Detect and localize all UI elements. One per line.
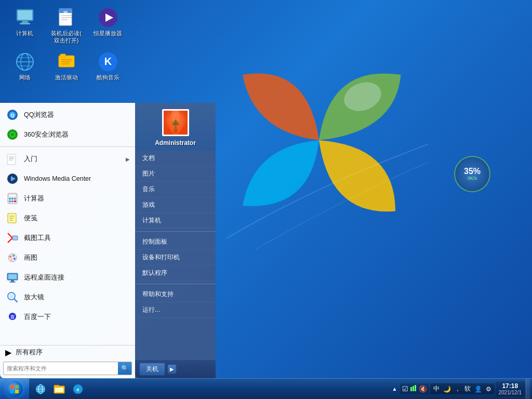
ime-gear-icon[interactable]: ⚙ <box>484 385 493 393</box>
show-desktop-button[interactable] <box>526 379 530 400</box>
shutdown-button[interactable]: 关机 <box>139 363 165 376</box>
svg-rect-44 <box>14 201 16 202</box>
desktop-icon-qqmusic[interactable]: K 酷狗音乐 <box>88 49 127 83</box>
tray-icons-area: ☑ 🔇 <box>400 383 429 394</box>
taskbar-ie[interactable] <box>32 381 49 397</box>
svg-rect-49 <box>12 236 18 240</box>
start-menu-item-notepad-label: 便笺 <box>24 214 37 223</box>
tray-checkbox-icon[interactable]: ☑ <box>402 385 408 393</box>
taskbar-ie2[interactable]: e <box>70 381 86 397</box>
tray-volume-icon[interactable]: 🔇 <box>419 385 427 393</box>
tray-network-icon[interactable] <box>410 384 417 393</box>
svg-rect-70 <box>15 390 19 393</box>
start-menu-item-calc[interactable]: 计算器 <box>0 189 135 208</box>
start-menu-item-paint[interactable]: 画图 <box>0 248 135 268</box>
hengxing-icon <box>98 7 118 28</box>
desktop-icon-row-1: 计算机 W 装机后必读( 双击打开) <box>5 5 127 47</box>
svg-rect-78 <box>55 388 63 392</box>
desktop-icon-activate-label: 激活驱动 <box>55 74 78 81</box>
start-menu-item-rdp[interactable]: 远程桌面连接 <box>0 268 135 287</box>
svg-point-52 <box>12 255 15 257</box>
start-menu-right-games[interactable]: 游戏 <box>135 197 216 213</box>
desktop-icon-computer[interactable]: 计算机 <box>5 5 44 47</box>
start-menu-right-devices[interactable]: 设备和打印机 <box>135 250 216 265</box>
calc-icon <box>5 191 20 206</box>
360-browser-icon <box>5 127 20 142</box>
desktop-icon-hengxing-label: 恒星播放器 <box>94 30 122 37</box>
search-input[interactable] <box>4 364 118 373</box>
windows-logo-icon <box>10 384 19 394</box>
svg-rect-58 <box>9 282 16 283</box>
intro-arrow-icon: ▶ <box>126 156 130 162</box>
qqmusic-icon: K <box>98 51 118 72</box>
paint-icon <box>5 250 20 265</box>
clock-date: 2021/12/1 <box>499 390 522 395</box>
start-menu-right-default-programs[interactable]: 默认程序 <box>135 265 216 281</box>
svg-line-61 <box>14 299 17 302</box>
svg-rect-39 <box>9 198 11 200</box>
start-menu-item-wmc[interactable]: Windows Media Center <box>0 169 135 189</box>
start-menu-item-qq-browser-label: QQ浏览器 <box>24 111 54 119</box>
start-button[interactable] <box>0 379 29 400</box>
activate-icon <box>56 51 77 72</box>
start-menu-item-intro[interactable]: 入门 ▶ <box>0 149 135 169</box>
svg-rect-56 <box>8 274 17 279</box>
clock-time: 17:18 <box>499 382 522 390</box>
desktop-icon-setup-label: 装机后必读( 双击打开) <box>49 30 84 45</box>
svg-rect-43 <box>11 201 14 202</box>
start-menu-item-rdp-label: 远程桌面连接 <box>24 273 64 282</box>
svg-point-53 <box>14 258 16 260</box>
desktop-icon-network[interactable]: 网络 <box>5 49 44 83</box>
notepad-icon <box>5 211 20 225</box>
user-avatar[interactable] <box>162 109 189 136</box>
ime-checkbox[interactable]: 中 <box>432 384 441 394</box>
svg-rect-68 <box>15 385 19 389</box>
start-menu-item-snipping-label: 截图工具 <box>24 234 51 243</box>
svg-rect-82 <box>413 386 414 391</box>
start-menu-item-qq-browser[interactable]: Q QQ浏览器 <box>0 105 135 125</box>
start-menu-item-baidu[interactable]: 百 百度一下 <box>0 307 135 327</box>
svg-point-54 <box>10 259 12 261</box>
start-menu-right-divider1 <box>135 231 216 232</box>
tray-expand[interactable]: ▲ <box>391 386 399 392</box>
taskbar-explorer[interactable] <box>51 381 68 397</box>
ime-punctuation[interactable]: ， <box>453 384 462 394</box>
start-menu-right-help[interactable]: 帮助和支持 <box>135 287 216 302</box>
start-menu-right-control-panel[interactable]: 控制面板 <box>135 234 216 250</box>
desktop-icon-hengxing[interactable]: 恒星播放器 <box>88 5 127 47</box>
start-menu-item-wmc-label: Windows Media Center <box>24 175 91 182</box>
ime-moon[interactable]: 🌙 <box>442 385 453 393</box>
shutdown-arrow-button[interactable]: ▶ <box>167 364 177 374</box>
start-orb <box>6 381 23 397</box>
start-menu-item-snipping[interactable]: 截图工具 <box>0 228 135 248</box>
start-menu-right-panel: Administrator 文档 图片 音乐 游戏 计算机 控制面板 设备和打印… <box>135 103 216 378</box>
start-menu-item-magnifier[interactable]: 放大镜 <box>0 287 135 307</box>
rdp-icon <box>5 270 20 285</box>
start-menu-item-360-browser[interactable]: 360安全浏览器 <box>0 125 135 144</box>
search-button[interactable]: 🔍 <box>118 362 131 375</box>
start-menu-right-run[interactable]: 运行... <box>135 302 216 318</box>
start-menu-all-programs[interactable]: ▶ 所有程序 <box>0 345 135 360</box>
start-menu-right-documents[interactable]: 文档 <box>135 151 216 166</box>
start-menu-recent: 入门 ▶ Windows Media Center <box>0 147 135 345</box>
start-menu-right-divider2 <box>135 284 216 284</box>
start-menu-right-music[interactable]: 音乐 <box>135 182 216 197</box>
ime-soft[interactable]: 软 <box>463 384 472 394</box>
setup-icon: W <box>56 7 77 28</box>
user-name: Administrator <box>155 139 196 147</box>
shutdown-bar: 关机 ▶ <box>135 360 216 378</box>
desktop-icon-activate[interactable]: 激活驱动 <box>47 49 86 83</box>
svg-rect-38 <box>9 194 16 197</box>
ime-user-icon[interactable]: 👤 <box>473 385 484 393</box>
net-percent: 35% <box>464 167 481 176</box>
start-menu-item-notepad[interactable]: 便笺 <box>0 208 135 228</box>
svg-text:Q: Q <box>10 113 14 118</box>
start-menu-right-pictures[interactable]: 图片 <box>135 166 216 182</box>
start-menu-pinned: Q QQ浏览器 360安全浏览器 <box>0 103 135 147</box>
start-menu-item-360-browser-label: 360安全浏览器 <box>24 130 69 139</box>
clock-area[interactable]: 17:18 2021/12/1 <box>496 381 525 396</box>
start-menu-right-computer[interactable]: 计算机 <box>135 213 216 229</box>
desktop-icon-setup[interactable]: W 装机后必读( 双击打开) <box>47 5 86 47</box>
svg-point-30 <box>11 133 14 136</box>
svg-rect-83 <box>415 385 416 391</box>
